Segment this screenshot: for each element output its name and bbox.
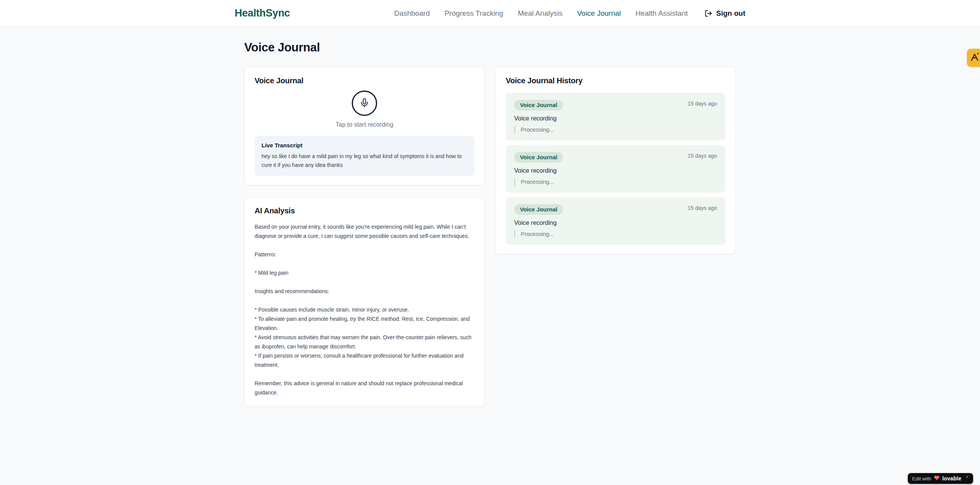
edit-with-label: Edit with <box>912 476 931 482</box>
nav-item-health-assistant[interactable]: Health Assistant <box>636 9 688 18</box>
microphone-icon <box>359 98 369 109</box>
ai-analysis-card: AI Analysis Based on your journal entry,… <box>244 197 485 407</box>
nav-item-meal-analysis[interactable]: Meal Analysis <box>518 9 563 18</box>
ai-analysis-body: Based on your journal entry, it sounds l… <box>255 222 474 397</box>
sign-out-button[interactable]: Sign out <box>705 9 745 18</box>
app-logo[interactable]: HealthSync <box>235 7 290 19</box>
nav-item-voice-journal[interactable]: Voice Journal <box>577 9 621 18</box>
log-out-icon <box>705 10 712 17</box>
nav-item-dashboard[interactable]: Dashboard <box>394 9 430 18</box>
entry-title: Voice recording <box>514 167 717 174</box>
entry-processing-status: Processing... <box>514 126 717 134</box>
tap-to-record-hint: Tap to start recording <box>336 121 393 128</box>
entry-type-badge: Voice Journal <box>514 152 563 163</box>
history-entry[interactable]: Voice Journal 15 days ago Voice recordin… <box>506 93 725 140</box>
entry-title: Voice recording <box>514 219 717 226</box>
history-entry[interactable]: Voice Journal 15 days ago Voice recordin… <box>506 145 725 193</box>
header: HealthSync Dashboard Progress Tracking M… <box>0 0 980 27</box>
entry-timestamp: 15 days ago <box>688 204 717 211</box>
voice-journal-history-card: Voice Journal History Voice Journal 15 d… <box>495 67 736 254</box>
entry-type-badge: Voice Journal <box>514 100 563 111</box>
live-transcript-text: hey so like I do have a mild pain in my … <box>262 152 467 170</box>
nav-item-progress-tracking[interactable]: Progress Tracking <box>444 9 503 18</box>
entry-type-badge: Voice Journal <box>514 204 563 215</box>
history-entry[interactable]: Voice Journal 15 days ago Voice recordin… <box>506 197 725 245</box>
main-nav: Dashboard Progress Tracking Meal Analysi… <box>394 9 745 18</box>
lovable-brand-label: lovable <box>942 475 962 482</box>
live-transcript-box: Live Transcript hey so like I do have a … <box>255 136 474 176</box>
recorder-card-title: Voice Journal <box>255 76 474 85</box>
record-button[interactable] <box>352 91 377 116</box>
sign-out-label: Sign out <box>716 9 745 18</box>
live-transcript-label: Live Transcript <box>262 142 467 148</box>
page-title: Voice Journal <box>244 41 736 54</box>
entry-processing-status: Processing... <box>514 230 717 238</box>
select-tool-icon <box>970 52 980 64</box>
entry-title: Voice recording <box>514 115 717 122</box>
heart-gradient-icon <box>934 475 940 482</box>
entry-timestamp: 15 days ago <box>688 100 717 107</box>
history-card-title: Voice Journal History <box>506 76 725 85</box>
voice-recorder-card: Voice Journal Tap to start recording <box>244 67 485 185</box>
side-toolbar-badge[interactable] <box>967 49 980 67</box>
history-list: Voice Journal 15 days ago Voice recordin… <box>506 93 725 245</box>
edit-with-lovable-badge[interactable]: Edit with lovable × <box>908 473 973 484</box>
entry-processing-status: Processing... <box>514 178 717 186</box>
ai-analysis-title: AI Analysis <box>255 206 474 215</box>
main-content: Voice Journal Voice Journal <box>244 27 736 407</box>
entry-timestamp: 15 days ago <box>688 152 717 159</box>
close-icon[interactable]: × <box>965 474 968 480</box>
